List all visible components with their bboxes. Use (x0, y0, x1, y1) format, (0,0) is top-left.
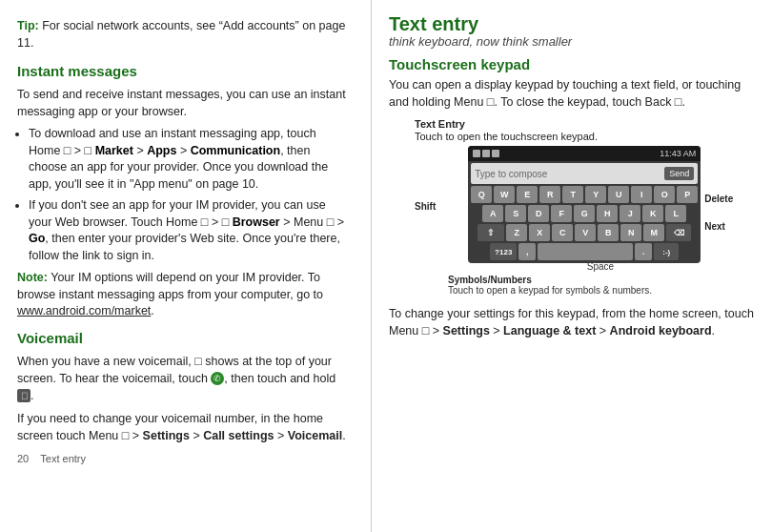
delete-label: Delete (704, 194, 733, 204)
kbd-row-1: Q W E R T Y U I O P (471, 186, 698, 203)
key-r[interactable]: R (539, 186, 560, 203)
right-labels: Delete Next (704, 194, 733, 232)
key-b[interactable]: B (598, 224, 619, 241)
sym-numbers-title: Symbols/Numbers (448, 275, 652, 285)
tip-body: For social network accounts, see “Add ac… (17, 19, 345, 50)
sym-numbers-sub: Touch to open a keypad for symbols & num… (448, 285, 652, 296)
send-button[interactable]: Send (664, 167, 694, 180)
key-m[interactable]: M (643, 224, 664, 241)
instant-messages-heading: Instant messages (17, 61, 350, 82)
key-icon: ⎕ (17, 389, 30, 402)
smiley-key[interactable]: :-) (654, 243, 679, 260)
voicemail-heading: Voicemail (17, 328, 350, 349)
input-placeholder: Type to compose (475, 169, 547, 179)
battery-icon (492, 150, 499, 157)
sym-numbers-label: Symbols/Numbers Touch to open a keypad f… (448, 275, 652, 296)
status-icons-left (473, 150, 499, 157)
keyboard-wrap: 11:43 AM Type to compose Send Q W E R T … (468, 146, 701, 263)
bottom-labels: Symbols/Numbers Touch to open a keypad f… (443, 275, 729, 296)
note-label: Note: (17, 271, 48, 284)
key-n[interactable]: N (620, 224, 641, 241)
page-title: Text entry (389, 13, 755, 34)
voicemail-body1: When you have a new voicemail, □ shows a… (17, 353, 350, 404)
key-t[interactable]: T (562, 186, 583, 203)
key-l[interactable]: L (665, 205, 686, 222)
status-time: 11:43 AM (660, 149, 696, 158)
del-icon[interactable]: ⌫ (666, 224, 691, 241)
kbd-row-3: ⇧ Z X C V B N M ⌫ (471, 224, 698, 241)
left-column: Tip: For social network accounts, see “A… (0, 0, 372, 532)
shift-label: Shift (415, 201, 436, 212)
wifi-icon (482, 150, 490, 157)
key-x[interactable]: X (529, 224, 550, 241)
footer-text: To change your settings for this keypad,… (389, 305, 755, 339)
note-body: Your IM options will depend on your IM p… (17, 271, 323, 317)
kbd-label-sub: Touch to open the touchscreen keypad. (415, 131, 729, 142)
key-c[interactable]: C (552, 224, 573, 241)
list-item: If you don't see an app for your IM prov… (29, 197, 350, 264)
keyboard-diagram: Text Entry Touch to open the touchscreen… (415, 118, 729, 296)
status-bar: 11:43 AM (468, 146, 701, 161)
key-a[interactable]: A (482, 205, 503, 222)
page-subtitle: think keyboard, now think smaller (389, 34, 755, 49)
key-i[interactable]: I (631, 186, 652, 203)
next-label: Next (704, 221, 733, 232)
list-item: To download and use an instant messaging… (29, 126, 350, 193)
touchscreen-body: You can open a display keypad by touchin… (389, 76, 755, 111)
kbd-row-4: ?123 , . :-) (471, 243, 698, 260)
key-y[interactable]: Y (585, 186, 606, 203)
android-market-link[interactable]: www.android.com/market (17, 304, 151, 317)
key-s[interactable]: S (505, 205, 526, 222)
im-bullet-list: To download and use an instant messaging… (29, 126, 350, 264)
key-u[interactable]: U (608, 186, 629, 203)
key-q[interactable]: Q (471, 186, 492, 203)
key-g[interactable]: G (574, 205, 595, 222)
signal-icon (473, 150, 480, 157)
key-o[interactable]: O (654, 186, 675, 203)
voicemail-body2: If you need to change your voicemail num… (17, 410, 350, 444)
im-body: To send and receive instant messages, yo… (17, 86, 350, 120)
note-paragraph: Note: Your IM options will depend on you… (17, 270, 350, 320)
sym-key[interactable]: ?123 (490, 243, 517, 260)
kbd-label-top: Text Entry (415, 118, 729, 130)
key-v[interactable]: V (575, 224, 596, 241)
key-z[interactable]: Z (506, 224, 527, 241)
key-f[interactable]: F (551, 205, 572, 222)
comma-key[interactable]: , (518, 243, 536, 260)
shift-key[interactable]: ⇧ (477, 224, 504, 241)
key-w[interactable]: W (494, 186, 515, 203)
key-j[interactable]: J (620, 205, 640, 222)
page-number: 20 Text entry (17, 452, 350, 467)
kbd-row-2: A S D F G H J K L (471, 205, 698, 222)
key-k[interactable]: K (642, 205, 663, 222)
phone-icon: ✆ (211, 372, 224, 385)
tip-paragraph: Tip: For social network accounts, see “A… (17, 17, 350, 51)
text-input-row: Type to compose Send (471, 163, 698, 184)
tip-label: Tip: (17, 19, 39, 32)
key-h[interactable]: H (597, 205, 618, 222)
key-p[interactable]: P (677, 186, 698, 203)
key-e[interactable]: E (517, 186, 538, 203)
right-column: Text entry think keyboard, now think sma… (372, 0, 772, 532)
touchscreen-keypad-heading: Touchscreen keypad (389, 56, 755, 72)
space-key[interactable] (538, 243, 633, 260)
key-d[interactable]: D (528, 205, 549, 222)
period-key[interactable]: . (635, 243, 652, 260)
